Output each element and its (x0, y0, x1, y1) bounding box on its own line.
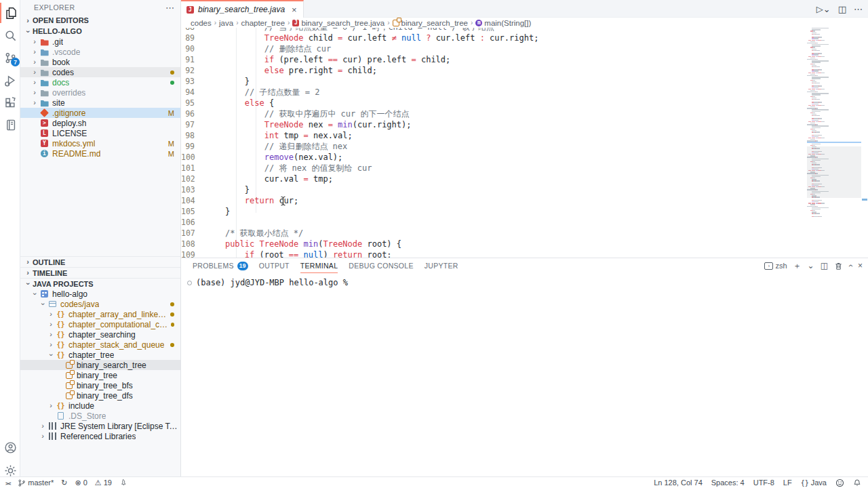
minimap-slider[interactable] (807, 146, 861, 198)
command-decoration-icon[interactable] (187, 281, 192, 285)
breadcrumb-binary-search-tree[interactable]: binary_search_tree (393, 19, 468, 27)
status-indentation[interactable]: Spaces: 4 (711, 479, 745, 487)
tab-close-icon[interactable]: × (292, 5, 297, 15)
search-icon[interactable] (0, 25, 20, 45)
status-notifications[interactable] (853, 479, 861, 487)
tree-item-binary-search-tree[interactable]: binary_search_tree (20, 360, 180, 370)
status-feedback[interactable] (835, 479, 844, 487)
status-cursor-position[interactable]: Ln 128, Col 74 (654, 479, 703, 487)
explorer-icon[interactable] (0, 3, 20, 23)
terminal[interactable]: (base) jyd@JYD-MBP hello-algo % (181, 273, 868, 287)
tree-item-include[interactable]: ›{}include (20, 401, 180, 411)
code-line-89[interactable]: 89 TreeNode child = cur.left ≠ null ? cu… (181, 33, 806, 43)
code-line-100[interactable]: 100 remove(nex.val); (181, 152, 806, 163)
status-language-mode[interactable]: {}Java (801, 479, 827, 487)
tree-item-binary-tree-dfs[interactable]: binary_tree_dfs (20, 390, 180, 401)
tree-item-readme-md[interactable]: iREADME.mdM (20, 148, 180, 159)
code-line-88[interactable]: 88 // 当子结点数量 = 0 / 1 时，child = null / 该子… (181, 28, 806, 33)
code-line-108[interactable]: 108 public TreeNode min(TreeNode root) { (181, 239, 806, 249)
tree-item-vscode[interactable]: ›.vscode (20, 47, 180, 57)
code-line-91[interactable]: 91 if (pre.left == cur) pre.left = child… (181, 54, 806, 65)
account-icon[interactable] (0, 437, 20, 458)
section-header-hello-algo[interactable]: ›HELLO-ALGO (20, 26, 180, 37)
status-encoding[interactable]: UTF-8 (753, 479, 774, 487)
tree-item-codes[interactable]: ›codes (20, 67, 180, 77)
new-terminal-icon[interactable]: ＋ (793, 260, 802, 272)
tree-item-ds-store[interactable]: .DS_Store (20, 411, 180, 421)
code-line-95[interactable]: 95 else { (181, 98, 806, 108)
tree-item-deploy-sh[interactable]: >deploy.sh (20, 118, 180, 128)
tree-item-chapter-searching[interactable]: ›{}chapter_searching (20, 329, 180, 340)
extensions-icon[interactable] (0, 92, 20, 113)
tree-item-chapter-tree[interactable]: ›{}chapter_tree (20, 350, 180, 360)
code-line-107[interactable]: 107 /* 获取最小结点 */ (181, 228, 806, 239)
code-line-103[interactable]: 103 } (181, 184, 806, 195)
split-editor-icon[interactable]: ◫ (838, 4, 846, 14)
tree-item-chapter-computational-complexity[interactable]: ›{}chapter_computational_complexity (20, 319, 180, 329)
breadcrumb-java[interactable]: java (219, 19, 233, 27)
breadcrumb-main-string[interactable]: mmain(String[]) (475, 19, 531, 27)
code-line-98[interactable]: 98 int tmp = nex.val; (181, 130, 806, 141)
more-actions-icon[interactable]: ⋯ (165, 3, 175, 13)
status-warnings[interactable]: ⚠19 (95, 479, 112, 487)
tab-binary-search-tree[interactable]: J binary_search_tree.java × (181, 0, 304, 18)
split-terminal-icon[interactable]: ◫ (821, 261, 828, 270)
panel-tab-problems[interactable]: PROBLEMS19 (193, 258, 248, 273)
tree-item-git[interactable]: ›.git (20, 37, 180, 47)
status-eol[interactable]: LF (783, 479, 792, 487)
tree-item-jre-system-library-eclipse-temurin-17-17[interactable]: ›JRE System Library [Eclipse Temurin 17 … (20, 421, 180, 431)
code-line-105[interactable]: 105 } (181, 206, 806, 217)
settings-icon[interactable] (0, 460, 20, 481)
minimap[interactable] (807, 28, 861, 258)
kill-terminal-icon[interactable] (834, 262, 843, 270)
tree-item-gitignore[interactable]: .gitignoreM (20, 108, 180, 118)
breadcrumb-codes[interactable]: codes (191, 19, 212, 27)
more-actions-icon[interactable]: ⋯ (854, 4, 863, 14)
panel-tab-debug-console[interactable]: DEBUG CONSOLE (349, 258, 414, 273)
section-header-timeline[interactable]: ›TIMELINE (20, 267, 180, 278)
status-sync[interactable]: ↻ (61, 479, 67, 487)
run-icon[interactable]: ▷⌄ (816, 4, 831, 14)
maximize-panel-icon[interactable]: › (846, 264, 855, 267)
run-debug-icon[interactable] (0, 70, 20, 90)
section-header-java-projects[interactable]: ›JAVA PROJECTS (20, 278, 180, 289)
code-line-109[interactable]: 109 if (root == null) return root; (181, 249, 806, 258)
panel-tab-jupyter[interactable]: JUPYTER (425, 258, 458, 273)
tree-item-license[interactable]: LLICENSE (20, 128, 180, 138)
launch-profile-icon[interactable]: ⌄ (808, 261, 814, 270)
code-line-93[interactable]: 93 } (181, 76, 806, 87)
code-line-90[interactable]: 90 // 删除结点 cur (181, 43, 806, 54)
panel-tab-output[interactable]: OUTPUT (259, 258, 290, 273)
status-errors[interactable]: ⊗0 (75, 479, 87, 487)
tree-item-chapter-stack-and-queue[interactable]: ›{}chapter_stack_and_queue (20, 340, 180, 350)
code-line-92[interactable]: 92 else pre.right = child; (181, 65, 806, 76)
overview-ruler[interactable] (861, 28, 868, 258)
status-java-status[interactable] (119, 479, 127, 487)
tree-item-referenced-libraries[interactable]: ›Referenced Libraries (20, 431, 180, 441)
code-line-101[interactable]: 101 // 将 nex 的值复制给 cur (181, 163, 806, 174)
tree-item-overrides[interactable]: ›overrides (20, 87, 180, 98)
breadcrumb-chapter-tree[interactable]: chapter_tree (241, 19, 285, 27)
code-line-96[interactable]: 96 // 获取中序遍历中 cur 的下一个结点 (181, 108, 806, 119)
source-control-icon[interactable]: 7 (0, 47, 20, 68)
code-line-102[interactable]: 102 cur.val = tmp; (181, 174, 806, 184)
code-line-99[interactable]: 99 // 递归删除结点 nex (181, 141, 806, 152)
tree-item-codes-java[interactable]: ›codes/java (20, 299, 180, 309)
tree-item-site[interactable]: ›site (20, 98, 180, 108)
code-line-97[interactable]: 97 TreeNode nex = min(cur.right); (181, 119, 806, 130)
section-header-outline[interactable]: ›OUTLINE (20, 256, 180, 267)
notebook-icon[interactable] (0, 115, 20, 135)
tree-item-chapter-array-and-linkedlist[interactable]: ›{}chapter_array_and_linkedlist (20, 309, 180, 319)
tree-item-docs[interactable]: ›docs (20, 77, 180, 87)
code-line-104[interactable]: 104 return cur; (181, 195, 806, 206)
panel-tab-terminal[interactable]: TERMINAL (300, 258, 338, 273)
close-panel-icon[interactable]: × (858, 261, 863, 270)
code-line-94[interactable]: 94 // 子结点数量 = 2 (181, 87, 806, 98)
status-git-branch[interactable]: master* (18, 479, 54, 487)
code-area[interactable]: 88 // 当子结点数量 = 0 / 1 时，child = null / 该子… (181, 28, 806, 258)
code-line-106[interactable]: 106 (181, 217, 806, 228)
tree-item-book[interactable]: ›book (20, 57, 180, 67)
terminal-shell-label[interactable]: ›zsh (764, 262, 787, 270)
tree-item-binary-tree[interactable]: binary_tree (20, 370, 180, 380)
tree-item-mkdocs-yml[interactable]: Ymkdocs.ymlM (20, 138, 180, 148)
